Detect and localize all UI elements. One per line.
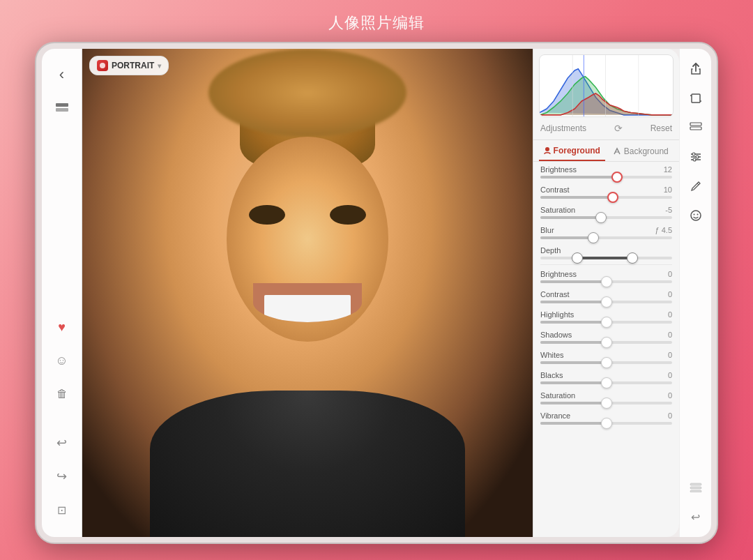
adjustments-list: Brightness 12 Contrast 10: [533, 162, 679, 537]
redo-button[interactable]: ↪: [48, 462, 76, 490]
blacks-row: Blacks 0: [533, 368, 679, 388]
svg-point-2: [100, 63, 105, 68]
svg-point-23: [697, 214, 698, 215]
contrast-bg-slider[interactable]: [540, 301, 672, 303]
adjustments-rt-button[interactable]: [683, 144, 708, 169]
photo-area: PORTRAIT ▾: [82, 49, 533, 537]
layers-button[interactable]: [48, 94, 76, 122]
portrait-icon: [97, 60, 108, 71]
panel-header: Adjustments ⟳ Reset: [533, 117, 679, 140]
shadows-label: Shadows: [540, 331, 572, 339]
highlights-value: 0: [668, 310, 672, 319]
trash-button[interactable]: 🗑: [48, 380, 76, 408]
svg-rect-9: [692, 94, 700, 103]
contrast-label: Contrast: [540, 186, 570, 194]
crop-button[interactable]: [683, 86, 708, 111]
brightness-slider[interactable]: [540, 176, 672, 179]
vibrance-row: Vibrance 0: [533, 408, 679, 428]
right-panel: Adjustments ⟳ Reset Foreground Backgroun…: [533, 49, 679, 537]
brightness-row-bg: Brightness 0: [533, 266, 679, 287]
brightness-value: 12: [664, 165, 672, 174]
svg-rect-24: [690, 483, 701, 485]
smiley-button[interactable]: ☺: [48, 347, 76, 374]
highlights-slider[interactable]: [540, 321, 672, 324]
sidebar-bottom-section: ♥ ☺ 🗑 ↩ ↪ ⊡: [48, 311, 76, 530]
contrast-slider[interactable]: [540, 196, 672, 199]
depth-row: Depth: [533, 243, 679, 263]
depth-label: Depth: [540, 246, 561, 255]
shadows-value: 0: [668, 331, 672, 339]
svg-rect-13: [690, 127, 701, 130]
portrait-label: PORTRAIT: [112, 61, 154, 70]
undo-rt-button[interactable]: ↩: [683, 504, 708, 529]
tablet-frame: ‹ ♥ ☺ 🗑 ↩ ↪ ⊡: [35, 42, 718, 544]
whites-value: 0: [668, 351, 672, 359]
saturation-fg-label: Saturation: [540, 206, 575, 214]
whites-slider[interactable]: [540, 361, 672, 364]
portrait-chevron: ▾: [158, 62, 161, 70]
divider-1: [540, 264, 672, 265]
blur-label: Blur: [540, 226, 554, 234]
shadows-slider[interactable]: [540, 341, 672, 344]
undo-button[interactable]: ↩: [48, 429, 76, 457]
contrast-row-bg: Contrast 0: [533, 287, 679, 307]
vibrance-value: 0: [668, 411, 672, 420]
saturation-row-bg: Saturation 0: [533, 388, 679, 408]
depth-slider[interactable]: [540, 257, 672, 259]
left-sidebar: ‹ ♥ ☺ 🗑 ↩ ↪ ⊡: [42, 49, 82, 537]
svg-point-21: [691, 211, 701, 220]
highlights-row: Highlights 0: [533, 307, 679, 327]
pen-button[interactable]: [683, 174, 708, 199]
right-toolbar: ↩: [679, 49, 711, 537]
blur-value: ƒ 4.5: [655, 226, 672, 234]
svg-point-18: [696, 156, 699, 158]
contrast-row-fg: Contrast 10: [533, 182, 679, 202]
saturation-bg-slider[interactable]: [540, 402, 672, 404]
shadows-row: Shadows 0: [533, 327, 679, 347]
blur-row: Blur ƒ 4.5: [533, 222, 679, 243]
background-tab[interactable]: Background: [608, 140, 674, 161]
blacks-value: 0: [668, 371, 672, 379]
brightness-row-fg: Brightness 12: [533, 162, 679, 182]
svg-point-7: [545, 147, 549, 151]
page-title: 人像照片编辑: [328, 0, 425, 42]
reset-button[interactable]: Reset: [651, 123, 672, 133]
saturation-row-fg: Saturation -5: [533, 202, 679, 222]
svg-point-17: [692, 153, 695, 156]
svg-point-19: [693, 158, 696, 161]
brightness-bg-label: Brightness: [540, 270, 577, 278]
portrait-badge[interactable]: PORTRAIT ▾: [89, 56, 169, 75]
vibrance-slider[interactable]: [540, 422, 672, 425]
share-button[interactable]: [683, 56, 708, 82]
reset-icon[interactable]: ⟳: [614, 123, 623, 134]
layers-rt-button[interactable]: [683, 115, 708, 140]
adjustments-label: Adjustments: [540, 123, 586, 133]
contrast-bg-value: 0: [668, 290, 672, 298]
filter-button[interactable]: [683, 475, 708, 500]
vibrance-label: Vibrance: [540, 411, 570, 420]
brightness-bg-slider[interactable]: [540, 280, 672, 283]
contrast-bg-label: Contrast: [540, 290, 570, 298]
face-rt-button[interactable]: [683, 203, 708, 228]
svg-rect-1: [56, 108, 68, 112]
photo-image: [82, 49, 533, 537]
svg-rect-25: [690, 487, 701, 489]
back-button[interactable]: ‹: [48, 61, 76, 89]
blacks-label: Blacks: [540, 371, 563, 379]
svg-line-20: [697, 183, 699, 185]
tablet-inner: ‹ ♥ ☺ 🗑 ↩ ↪ ⊡: [42, 49, 711, 537]
brightness-label: Brightness: [540, 165, 577, 174]
expand-button[interactable]: ⊡: [48, 496, 76, 524]
saturation-fg-slider[interactable]: [540, 216, 672, 219]
brightness-bg-value: 0: [668, 270, 672, 278]
whites-label: Whites: [540, 351, 564, 359]
blur-slider[interactable]: [540, 236, 672, 239]
svg-rect-12: [690, 123, 701, 126]
blacks-slider[interactable]: [540, 381, 672, 384]
heart-button[interactable]: ♥: [48, 313, 76, 341]
highlights-label: Highlights: [540, 310, 574, 319]
contrast-value: 10: [664, 186, 672, 194]
sidebar-top-section: ‹: [48, 56, 76, 124]
foreground-tab[interactable]: Foreground: [539, 140, 605, 161]
saturation-fg-value: -5: [665, 206, 672, 214]
